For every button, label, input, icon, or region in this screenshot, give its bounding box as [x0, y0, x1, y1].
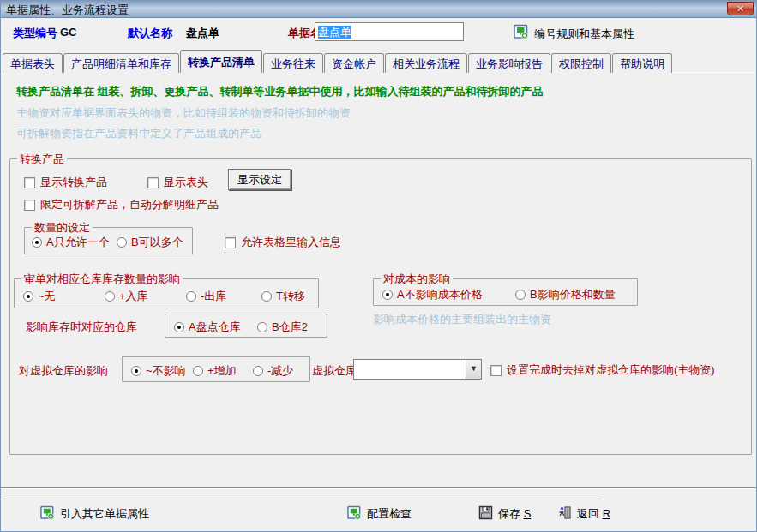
tab-business-impact-report[interactable]: 业务影响报告 [468, 53, 550, 73]
radio-icon [131, 366, 141, 376]
remove-virtual-impact-checkbox[interactable]: 设置完成时去掉对虚拟仓库的影响(主物资) [490, 362, 715, 378]
tab-doc-header[interactable]: 单据表头 [3, 53, 63, 73]
save-icon [478, 505, 493, 523]
radio-icon [117, 237, 127, 248]
tab-fund-accounts[interactable]: 资金帐户 [324, 53, 384, 73]
tab-related-workflow[interactable]: 相关业务流程 [385, 53, 467, 73]
stock-warehouse-group: A盘点仓库 B仓库2 [165, 314, 327, 338]
virtual-impact-label: 对虚拟仓库的影响 [19, 363, 108, 379]
virtual-warehouse-label: 虚拟仓库 [312, 363, 357, 379]
audit-transfer-radio[interactable]: T转移 [261, 289, 305, 304]
qty-only-one-radio[interactable]: A只允许一个 [32, 235, 110, 250]
virtual-warehouse-combobox[interactable]: ▼ [353, 359, 482, 380]
tab-product-detail-list[interactable]: 产品明细清单和库存 [63, 53, 179, 73]
close-button[interactable]: ✕ [727, 2, 754, 15]
checkbox-icon [490, 365, 502, 376]
config-check-button[interactable]: 配置检查 [347, 505, 412, 523]
audit-none-radio[interactable]: ~无 [23, 289, 56, 304]
save-label: 保存 S [498, 506, 531, 522]
type-code-value: GC [60, 26, 77, 39]
default-name-value: 盘点单 [186, 26, 219, 41]
window-title: 单据属性、业务流程设置 [6, 3, 129, 18]
audit-outbound-radio[interactable]: -出库 [186, 289, 226, 304]
tab-strip: 单据表头 产品明细清单和库存 转换产品清单 业务往来 资金帐户 相关业务流程 业… [3, 50, 673, 73]
import-icon [40, 505, 55, 523]
checkbox-icon [24, 200, 35, 211]
checkbox-icon [24, 177, 35, 188]
title-bar[interactable]: 单据属性、业务流程设置 ✕ [1, 1, 756, 18]
numbering-rules-icon [514, 24, 529, 42]
radio-icon [32, 237, 42, 248]
chevron-down-icon[interactable]: ▼ [466, 360, 481, 379]
checkbox-icon [225, 237, 236, 248]
quantity-setting-group: 数量的设定 A只允许一个 B可以多个 [24, 227, 193, 254]
cost-impact-title: 对成本的影响 [381, 272, 453, 287]
show-header-checkbox[interactable]: 显示表头 [147, 175, 208, 190]
warehouse-b-radio[interactable]: B仓库2 [257, 320, 308, 335]
cost-price-qty-radio[interactable]: B影响价格和数量 [515, 287, 616, 302]
pane-bottom-highlight [1, 488, 756, 489]
display-setting-button[interactable]: 显示设定 [228, 169, 291, 190]
radio-icon [186, 291, 196, 302]
radio-icon [174, 322, 184, 332]
virtual-decrease-radio[interactable]: -减少 [253, 363, 293, 379]
stock-warehouse-label: 影响库存时对应的仓库 [26, 320, 137, 335]
quantity-setting-title: 数量的设定 [32, 220, 93, 236]
import-other-doc-props-button[interactable]: 引入其它单据属性 [40, 505, 149, 523]
return-button[interactable]: 返回 R [557, 505, 610, 523]
radio-icon [257, 322, 267, 332]
doc-name-selected-text: 盘点单 [318, 26, 351, 39]
tab-convert-product-list[interactable]: 转换产品清单 [180, 50, 262, 73]
allow-table-input-checkbox[interactable]: 允许表格里输入信息 [225, 235, 341, 250]
show-convert-product-checkbox[interactable]: 显示转换产品 [24, 175, 107, 190]
footer-separator [3, 499, 601, 499]
virtual-impact-group: ~不影响 +增加 -减少 [122, 356, 310, 382]
convert-product-group-title: 转换产品 [17, 152, 67, 167]
checkbox-icon [147, 177, 159, 188]
radio-icon [253, 366, 263, 376]
cost-impact-group: 对成本的影响 A不影响成本价格 B影响价格和数量 [373, 278, 638, 306]
decomposable-note: 可拆解物资指在产品资料中定义了产品组成的产品 [16, 126, 261, 141]
tab-help[interactable]: 帮助说明 [612, 53, 672, 73]
radio-icon [105, 291, 115, 302]
tab-permission-control[interactable]: 权限控制 [551, 53, 611, 73]
qty-multiple-radio[interactable]: B可以多个 [117, 235, 183, 250]
return-label: 返回 R [577, 506, 610, 522]
exit-door-icon [557, 505, 572, 523]
config-check-icon [347, 505, 362, 523]
audit-stock-impact-title: 审单对相应仓库库存数量的影响 [21, 272, 183, 287]
cost-impact-note: 影响成本价格的主要组装出的主物资 [373, 312, 551, 327]
numbering-rules-link[interactable]: 编号规则和基本属性 [534, 27, 634, 42]
main-material-note: 主物资对应单据界面表头的物资，比如待组装的物资和待拆卸的物资 [16, 105, 351, 121]
dialog-window: 单据属性、业务流程设置 ✕ 类型编号 GC 默认名称 盘点单 单据名称 盘点单 … [0, 0, 757, 532]
type-code-label: 类型编号 [13, 26, 57, 41]
warehouse-a-radio[interactable]: A盘点仓库 [174, 320, 241, 335]
combo-value [354, 360, 466, 379]
tab-business-contacts[interactable]: 业务往来 [263, 53, 323, 73]
radio-icon [23, 291, 33, 302]
default-name-label: 默认名称 [128, 26, 172, 41]
radio-icon [261, 291, 272, 302]
limit-decompose-checkbox[interactable]: 限定可拆解产品，自动分解明细产品 [24, 197, 219, 212]
radio-icon [382, 290, 393, 300]
radio-icon [515, 290, 526, 300]
convert-product-group: 转换产品 显示转换产品 显示表头 显示设定 限定可拆解产品，自动分解明细产品 数… [9, 158, 752, 455]
usage-note: 转换产品清单在 组装、拆卸、更换产品、转制单等业务单据中使用，比如输入待组装的产… [16, 84, 544, 99]
cost-no-impact-radio[interactable]: A不影响成本价格 [382, 287, 483, 302]
audit-stock-impact-group: 审单对相应仓库库存数量的影响 ~无 +入库 -出库 T转移 [14, 278, 319, 308]
virtual-none-radio[interactable]: ~不影响 [131, 363, 186, 379]
radio-icon [193, 366, 203, 376]
doc-name-input[interactable]: 盘点单 [315, 22, 464, 41]
audit-inbound-radio[interactable]: +入库 [105, 289, 148, 304]
save-button[interactable]: 保存 S [478, 505, 531, 523]
virtual-increase-radio[interactable]: +增加 [193, 363, 237, 379]
